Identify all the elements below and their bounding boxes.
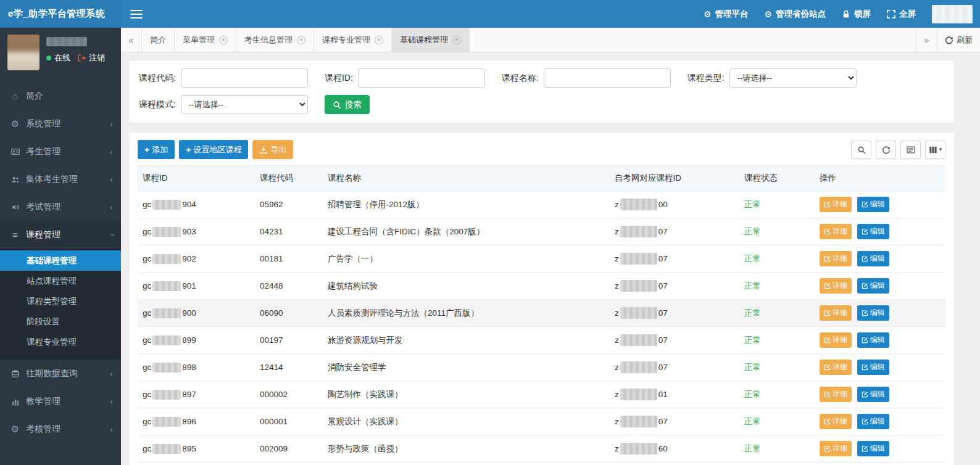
edit-button[interactable]: 编辑 xyxy=(857,360,889,375)
course-name: 人员素质测评理论与方法（2011广西版） xyxy=(323,300,610,327)
edit-button[interactable]: 编辑 xyxy=(857,414,889,429)
course-id-input[interactable] xyxy=(358,68,485,88)
sidebar-item-assessment-management[interactable]: ⚙ 考核管理 ‹ xyxy=(0,415,121,443)
sidebar-item-exam-management[interactable]: 考试管理 ‹ xyxy=(0,193,121,221)
edit-button[interactable]: 编辑 xyxy=(857,387,889,402)
detail-button[interactable]: 详细 xyxy=(820,441,852,456)
manage-province-sites-button[interactable]: ⚙ 管理省份站点 xyxy=(764,9,826,20)
table-card-view-button[interactable] xyxy=(900,141,921,159)
sidebar-item-label: 系统管理 xyxy=(26,118,60,130)
redacted-id-segment xyxy=(152,335,181,345)
close-icon[interactable]: × xyxy=(375,36,383,44)
tab-intro[interactable]: 简介 xyxy=(142,28,175,52)
tabbar: « 简介 菜单管理 × 考生信息管理 × 课程专业管理 × 基础课程管理 xyxy=(121,28,980,52)
status-badge: 正常 xyxy=(744,281,761,290)
tab-menu-management[interactable]: 菜单管理 × xyxy=(175,28,236,52)
table-search-toggle-button[interactable] xyxy=(851,141,871,159)
chevron-left-icon: ‹ xyxy=(110,424,113,434)
detail-button[interactable]: 详细 xyxy=(820,278,852,294)
sidebar-item-system-management[interactable]: ⚙ 系统管理 ‹ xyxy=(0,110,121,138)
close-icon[interactable]: × xyxy=(219,36,228,44)
tab-course-major-management[interactable]: 课程专业管理 × xyxy=(314,28,392,52)
set-region-course-button[interactable]: + 设置地区课程 xyxy=(179,140,248,159)
site-id-suffix: 07 xyxy=(658,417,668,426)
sidebar-item-examinee-management[interactable]: 考生管理 ‹ xyxy=(0,138,121,165)
user-profile: 在线 注销 xyxy=(0,28,121,78)
manage-platform-button[interactable]: ⚙ 管理平台 xyxy=(704,9,749,20)
course-management-submenu: 基础课程管理 站点课程管理 课程类型管理 阶段设置 课程专业管理 xyxy=(0,249,121,360)
refresh-tab-button[interactable]: 刷新 xyxy=(937,28,980,52)
detail-button[interactable]: 详细 xyxy=(820,197,852,212)
table-view-tools: ▾ xyxy=(851,141,945,159)
online-status: 在线 xyxy=(54,52,70,64)
tab-basic-course-management[interactable]: 基础课程管理 × xyxy=(392,28,470,52)
refresh-icon xyxy=(882,146,891,154)
detail-button[interactable]: 详细 xyxy=(820,414,852,429)
detail-button[interactable]: 详细 xyxy=(820,224,852,239)
course-code-input[interactable] xyxy=(181,68,308,88)
tab-label: 课程专业管理 xyxy=(322,35,370,46)
sidebar-subitem-site-course-management[interactable]: 站点课程管理 xyxy=(0,271,121,291)
logout-link[interactable]: 注销 xyxy=(89,52,105,64)
site-id-prefix: z xyxy=(615,335,619,345)
edit-button[interactable]: 编辑 xyxy=(857,197,889,212)
columns-icon xyxy=(929,146,937,154)
site-id-prefix: z xyxy=(615,200,619,209)
sidebar-subitem-stage-settings[interactable]: 阶段设置 xyxy=(0,311,121,332)
edit-button[interactable]: 编辑 xyxy=(857,332,889,348)
sidebar-item-past-data-query[interactable]: 往期数据查询 ‹ xyxy=(0,360,121,387)
edit-square-icon xyxy=(824,255,831,262)
close-icon[interactable]: × xyxy=(297,36,305,44)
sidebar-item-group-examinee-management[interactable]: 集体考生管理 ‹ xyxy=(0,165,121,193)
sidebar-item-intro[interactable]: ⌂ 简介 xyxy=(0,82,121,110)
redacted-id-segment xyxy=(152,363,181,372)
header-course-id: 课程ID xyxy=(138,166,255,191)
edit-square-icon xyxy=(862,201,868,208)
sidebar-item-teaching-management[interactable]: 教学管理 ‹ xyxy=(0,387,121,415)
add-button[interactable]: + 添加 xyxy=(138,140,175,159)
fullscreen-icon xyxy=(887,10,895,19)
edit-button[interactable]: 编辑 xyxy=(857,278,889,294)
detail-button[interactable]: 详细 xyxy=(820,305,852,321)
tab-examinee-info-management[interactable]: 考生信息管理 × xyxy=(236,28,314,52)
edit-button[interactable]: 编辑 xyxy=(857,441,889,456)
users-icon xyxy=(10,175,20,184)
search-button[interactable]: 搜索 xyxy=(325,95,370,114)
export-button[interactable]: 导出 xyxy=(252,140,293,159)
sidebar-subitem-basic-course-management[interactable]: 基础课程管理 xyxy=(0,250,121,271)
set-region-course-label: 设置地区课程 xyxy=(193,144,241,155)
edit-button[interactable]: 编辑 xyxy=(857,305,889,321)
edit-button[interactable]: 编辑 xyxy=(857,251,889,266)
app-title: e学_助学平台管理系统 xyxy=(0,0,121,28)
course-name-input[interactable] xyxy=(544,68,671,88)
course-name: 景观设计（实践课） xyxy=(323,408,610,435)
course-type-select[interactable]: --请选择-- xyxy=(729,68,857,88)
status-badge: 正常 xyxy=(744,308,761,318)
detail-button[interactable]: 详细 xyxy=(820,387,852,402)
manage-platform-label: 管理平台 xyxy=(715,9,748,20)
course-mode-select[interactable]: --请选择-- xyxy=(181,95,308,114)
redacted-site-id-segment xyxy=(620,443,657,455)
lock-screen-button[interactable]: 锁屏 xyxy=(842,9,871,20)
status-badge: 正常 xyxy=(744,363,761,372)
sidebar-subitem-course-major-management[interactable]: 课程专业管理 xyxy=(0,332,121,352)
detail-button[interactable]: 详细 xyxy=(820,251,852,266)
detail-button[interactable]: 详细 xyxy=(820,360,852,375)
table-row: gc898 12414 消防安全管理学 z07 正常 详细 编辑 xyxy=(138,354,945,381)
sidebar-item-course-management[interactable]: ≡ 课程管理 ‹ xyxy=(0,221,121,249)
tabs-scroll-right-button[interactable]: » xyxy=(916,28,937,52)
fullscreen-button[interactable]: 全屏 xyxy=(887,9,916,20)
detail-button[interactable]: 详细 xyxy=(820,332,852,348)
close-icon[interactable]: × xyxy=(452,36,461,44)
edit-button[interactable]: 编辑 xyxy=(857,224,889,239)
download-icon xyxy=(259,146,268,154)
edit-square-icon xyxy=(862,337,868,344)
online-dot-icon xyxy=(46,56,51,60)
redacted-site-id-segment xyxy=(620,334,657,346)
course-code: 002009 xyxy=(255,435,323,463)
table-refresh-button[interactable] xyxy=(876,141,896,159)
hamburger-menu-icon[interactable] xyxy=(130,10,143,19)
sidebar-subitem-course-type-management[interactable]: 课程类型管理 xyxy=(0,291,121,311)
tabs-scroll-left-button[interactable]: « xyxy=(121,28,142,52)
table-columns-button[interactable]: ▾ xyxy=(925,141,945,159)
